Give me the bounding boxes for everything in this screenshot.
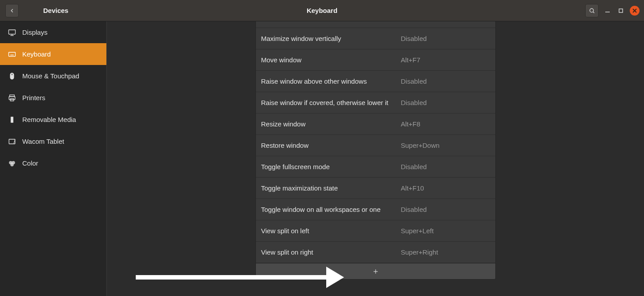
shortcut-label: Resize window: [261, 120, 401, 128]
header-section-title: Devices: [43, 7, 69, 14]
shortcut-row[interactable]: Toggle maximization stateAlt+F10: [256, 178, 495, 199]
shortcut-label: Toggle window on all workspaces or one: [261, 206, 401, 213]
shortcut-value: Disabled: [401, 35, 490, 42]
sidebar-item-mouse[interactable]: Mouse & Touchpad: [0, 65, 106, 87]
sidebar-item-color[interactable]: Color: [0, 152, 106, 174]
svg-line-1: [593, 12, 595, 13]
shortcut-row[interactable]: Maximize window horizontallyDisabled: [256, 21, 495, 28]
minimize-icon: [605, 8, 610, 13]
sidebar-item-label: Removable Media: [22, 116, 76, 123]
close-icon: [632, 8, 637, 13]
shortcut-value: Disabled: [401, 163, 490, 170]
shortcut-row[interactable]: Resize windowAlt+F8: [256, 114, 495, 135]
sidebar-item-media[interactable]: Removable Media: [0, 109, 106, 130]
media-icon: [8, 116, 16, 124]
shortcut-label: Maximize window vertically: [261, 35, 401, 42]
shortcut-label: Raise window above other windows: [261, 77, 401, 85]
maximize-button[interactable]: [616, 6, 625, 15]
sidebar-item-label: Wacom Tablet: [22, 138, 64, 145]
svg-rect-16: [9, 97, 15, 100]
shortcut-row[interactable]: Raise window above other windowsDisabled: [256, 71, 495, 92]
svg-point-22: [10, 163, 14, 166]
maximize-icon: [619, 8, 623, 13]
sidebar: DisplaysKeyboardMouse & TouchpadPrinters…: [0, 21, 107, 296]
shortcut-label: Raise window if covered, otherwise lower…: [261, 99, 401, 106]
header-right-controls: [585, 4, 640, 17]
shortcut-row[interactable]: View split on rightSuper+Right: [256, 242, 495, 263]
sidebar-item-label: Keyboard: [22, 50, 51, 58]
search-button[interactable]: [585, 4, 599, 17]
sidebar-item-keyboard[interactable]: Keyboard: [0, 43, 106, 65]
svg-rect-9: [9, 52, 16, 56]
svg-point-0: [590, 8, 593, 12]
shortcut-value: Alt+F10: [401, 184, 490, 192]
shortcut-value: Alt+F7: [401, 56, 490, 64]
mouse-icon: [8, 72, 16, 80]
shortcut-label: Toggle fullscreen mode: [261, 163, 401, 170]
shortcut-row[interactable]: View split on leftSuper+Left: [256, 220, 495, 242]
displays-icon: [8, 28, 16, 36]
shortcut-row[interactable]: Restore windowSuper+Down: [256, 135, 495, 156]
svg-rect-6: [9, 30, 16, 34]
shortcut-label: Toggle maximization state: [261, 184, 401, 192]
sidebar-item-label: Mouse & Touchpad: [22, 72, 79, 80]
keyboard-icon: [8, 50, 16, 58]
sidebar-item-label: Color: [22, 159, 38, 167]
arrow-shaft: [136, 275, 327, 280]
minimize-button[interactable]: [603, 6, 612, 15]
shortcut-row[interactable]: Toggle fullscreen modeDisabled: [256, 156, 495, 178]
svg-rect-3: [619, 9, 623, 12]
color-icon: [8, 159, 16, 167]
shortcut-value: Super+Right: [401, 248, 490, 256]
shortcut-value: Alt+F8: [401, 120, 490, 128]
search-icon: [589, 8, 595, 14]
shortcut-value: Disabled: [401, 77, 490, 85]
shortcut-label: Move window: [261, 56, 401, 64]
tablet-icon: [8, 138, 16, 146]
shortcut-label: View split on right: [261, 248, 401, 256]
header-bar: Devices Keyboard: [0, 0, 644, 21]
sidebar-item-label: Displays: [22, 28, 48, 36]
shortcut-value: Super+Down: [401, 142, 490, 149]
page-title: Keyboard: [307, 7, 337, 14]
shortcut-row[interactable]: Toggle window on all workspaces or oneDi…: [256, 199, 495, 220]
svg-rect-18: [11, 117, 13, 123]
sidebar-item-displays[interactable]: Displays: [0, 21, 106, 43]
content-area: Maximize window horizontallyDisabledMaxi…: [107, 21, 644, 296]
sidebar-item-printer[interactable]: Printers: [0, 87, 106, 109]
arrow-annotation: [136, 267, 344, 288]
sidebar-item-tablet[interactable]: Wacom Tablet: [0, 130, 106, 152]
shortcut-row[interactable]: Maximize window verticallyDisabled: [256, 28, 495, 49]
svg-rect-19: [9, 139, 15, 144]
back-icon: [9, 8, 15, 14]
shortcut-value: Super+Left: [401, 227, 490, 235]
printer-icon: [8, 94, 16, 102]
shortcut-list: Maximize window horizontallyDisabledMaxi…: [255, 21, 496, 280]
close-button[interactable]: [630, 6, 640, 16]
shortcut-value: Disabled: [401, 99, 490, 106]
arrow-head-icon: [326, 267, 344, 288]
sidebar-item-label: Printers: [22, 94, 45, 101]
shortcut-label: View split on left: [261, 227, 401, 235]
back-button[interactable]: [5, 4, 19, 17]
shortcut-value: Disabled: [401, 206, 490, 213]
plus-icon: [373, 268, 379, 275]
shortcut-row[interactable]: Move windowAlt+F7: [256, 49, 495, 71]
shortcut-label: Restore window: [261, 142, 401, 149]
shortcut-row[interactable]: Raise window if covered, otherwise lower…: [256, 92, 495, 114]
